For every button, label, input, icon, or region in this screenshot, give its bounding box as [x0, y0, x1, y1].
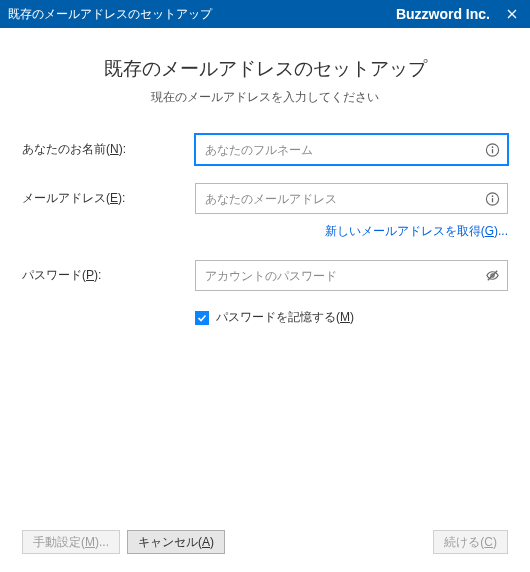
get-new-email-link[interactable]: 新しいメールアドレスを取得(G)... [325, 224, 508, 238]
dialog-content: 既存のメールアドレスのセットアップ 現在のメールアドレスを入力してください あな… [0, 28, 530, 572]
close-icon[interactable] [502, 6, 522, 22]
info-icon[interactable] [485, 142, 500, 157]
page-title: 既存のメールアドレスのセットアップ [22, 56, 508, 82]
eye-off-icon[interactable] [485, 268, 500, 283]
brand-label: Buzzword Inc. [396, 6, 490, 22]
info-icon[interactable] [485, 191, 500, 206]
svg-point-4 [492, 195, 494, 197]
cancel-button[interactable]: キャンセル(A) [127, 530, 225, 554]
titlebar: 既存のメールアドレスのセットアップ Buzzword Inc. [0, 0, 530, 28]
password-field[interactable] [195, 260, 508, 291]
password-label: パスワード(P): [22, 267, 195, 284]
name-label: あなたのお名前(N): [22, 141, 195, 158]
manual-config-button: 手動設定(M)... [22, 530, 120, 554]
name-field[interactable] [195, 134, 508, 165]
svg-rect-5 [492, 198, 493, 202]
email-label: メールアドレス(E): [22, 190, 195, 207]
footer: 手動設定(M)... キャンセル(A) 続ける(C) [22, 530, 508, 554]
remember-password-checkbox[interactable] [195, 311, 209, 325]
continue-button: 続ける(C) [433, 530, 508, 554]
svg-point-1 [492, 146, 494, 148]
svg-rect-2 [492, 149, 493, 153]
window-title: 既存のメールアドレスのセットアップ [8, 6, 396, 23]
page-subtitle: 現在のメールアドレスを入力してください [22, 89, 508, 106]
email-field[interactable] [195, 183, 508, 214]
remember-password-label: パスワードを記憶する(M) [216, 309, 354, 326]
